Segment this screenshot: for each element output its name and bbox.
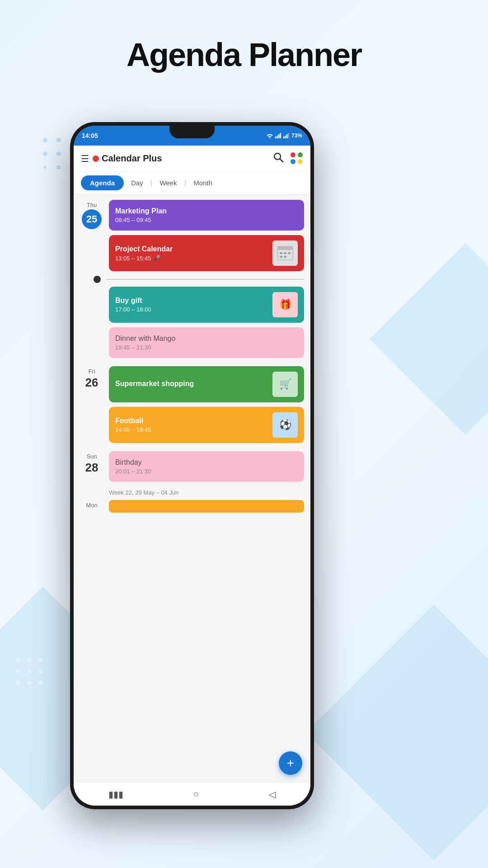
tab-agenda[interactable]: Agenda: [81, 175, 124, 190]
day-number-fri: 26: [85, 376, 99, 390]
signal-icon: [275, 133, 282, 138]
tab-month[interactable]: Month: [188, 175, 218, 190]
svg-point-17: [27, 669, 32, 674]
event-title: Project Calendar: [115, 245, 269, 253]
signal-2-icon: [283, 133, 290, 138]
svg-rect-24: [278, 134, 280, 138]
svg-point-15: [38, 658, 43, 662]
event-time: 08:45 – 09:45: [115, 217, 298, 223]
day-name-thu: Thu: [87, 202, 97, 208]
event-title: Buy gift: [115, 297, 269, 305]
menu-icon[interactable]: ☰: [81, 153, 89, 164]
mic-icon: 🎤: [153, 255, 160, 262]
app-grid-icon[interactable]: [291, 152, 303, 165]
search-icon[interactable]: [272, 151, 284, 166]
event-marketing-plan[interactable]: Marketing Plan 08:45 – 09:45: [109, 200, 304, 231]
svg-point-18: [38, 669, 43, 674]
status-bar: 14:05 73%: [74, 126, 310, 146]
svg-point-1: [56, 138, 61, 142]
event-time: 20:01 – 21:30: [115, 468, 298, 475]
event-mon-partial[interactable]: [109, 500, 304, 513]
svg-rect-28: [286, 134, 288, 138]
event-buy-gift[interactable]: Buy gift 17:00 – 18:00 🎁: [109, 287, 304, 323]
event-supermarket[interactable]: Supermarket shopping 🛒: [109, 366, 304, 402]
dot-red: [291, 152, 296, 157]
svg-rect-25: [280, 133, 281, 138]
timeline-row: [74, 274, 310, 285]
battery-text: 73%: [291, 132, 302, 139]
phone-frame: 14:05 73%: [70, 122, 314, 809]
event-thumbnail-gift: 🎁: [272, 292, 298, 317]
event-thumbnail-calendar: [272, 241, 298, 266]
day-label-thu: Thu 25: [80, 200, 103, 229]
svg-rect-36: [288, 252, 291, 254]
svg-point-8: [56, 165, 61, 170]
bottom-nav: ▮▮▮ ○ ◁: [74, 782, 310, 806]
event-title: Football: [115, 417, 269, 425]
event-time: 19:45 – 21:30: [115, 344, 298, 351]
event-time: 13:05 – 15:45 🎤: [115, 255, 269, 262]
svg-rect-27: [285, 136, 286, 138]
svg-point-0: [43, 138, 47, 142]
nav-home-icon[interactable]: ○: [193, 789, 199, 799]
app-title: Calendar Plus: [102, 153, 272, 164]
svg-rect-22: [275, 137, 277, 138]
dot-blue: [291, 159, 296, 164]
tab-day[interactable]: Day: [126, 175, 149, 190]
svg-rect-26: [283, 137, 285, 138]
nav-recents-icon[interactable]: ▮▮▮: [108, 789, 123, 800]
day-label-fri: Fri 26: [80, 366, 103, 390]
svg-rect-23: [277, 136, 278, 138]
day-section-mon: Mon: [74, 498, 310, 515]
event-birthday[interactable]: Birthday 20:01 – 21:30: [109, 451, 304, 482]
svg-point-7: [44, 166, 47, 169]
day-section-thu: Thu 25 Marketing Plan 08:45 – 09:45: [74, 194, 310, 274]
dot-green: [298, 152, 303, 157]
svg-rect-29: [288, 133, 289, 138]
wifi-icon: [266, 133, 273, 138]
page-title: Agenda Planner: [0, 36, 488, 73]
bg-decoration-3: [370, 243, 488, 435]
timeline-dot: [94, 276, 101, 283]
agenda-content[interactable]: Thu 25 Marketing Plan 08:45 – 09:45: [74, 194, 310, 782]
bg-dots-bottom: [14, 656, 68, 710]
day-number-thu[interactable]: 25: [82, 209, 102, 229]
event-time: 14:45 – 18:45: [115, 426, 269, 433]
event-football[interactable]: Football 14:45 – 18:45 ⚽: [109, 407, 304, 443]
day-section-fri: Fri 26 Supermarket shopping 🛒: [74, 361, 310, 446]
event-thumbnail-supermarket: 🛒: [272, 372, 298, 397]
svg-point-14: [27, 658, 32, 662]
svg-line-31: [280, 159, 283, 162]
status-icons: 73%: [266, 132, 302, 139]
event-dinner-mango[interactable]: Dinner with Mango 19:45 – 21:30: [109, 327, 304, 358]
event-thumbnail-football: ⚽: [272, 412, 298, 438]
dot-yellow: [298, 159, 303, 164]
notch: [169, 126, 215, 138]
status-time: 14:05: [82, 132, 98, 139]
event-title: Birthday: [115, 458, 298, 467]
event-title: Marketing Plan: [115, 207, 298, 215]
svg-point-13: [16, 658, 20, 662]
day-name-mon: Mon: [86, 502, 97, 509]
timeline-line: [106, 279, 304, 280]
day-name-fri: Fri: [88, 368, 95, 375]
events-col-thu: Marketing Plan 08:45 – 09:45 Project Cal…: [109, 200, 304, 271]
tab-bar: Agenda Day | Week | Month: [74, 172, 310, 194]
event-time: 17:00 – 18:00: [115, 306, 269, 313]
svg-rect-35: [284, 252, 286, 254]
fab-add-button[interactable]: +: [279, 751, 302, 775]
event-project-calendar[interactable]: Project Calendar 13:05 – 15:45 🎤: [109, 235, 304, 271]
notification-dot: [93, 156, 99, 162]
day-section-thu-cont: Buy gift 17:00 – 18:00 🎁 Dinner with Man…: [74, 285, 310, 361]
phone-screen: 14:05 73%: [74, 126, 310, 806]
svg-rect-34: [280, 252, 282, 254]
svg-rect-33: [277, 246, 293, 250]
nav-back-icon[interactable]: ◁: [269, 789, 276, 800]
events-col-fri: Supermarket shopping 🛒 Football 14:45 – …: [109, 366, 304, 443]
tab-week[interactable]: Week: [154, 175, 182, 190]
events-col-sun: Birthday 20:01 – 21:30: [109, 451, 304, 482]
day-section-sun: Sun 28 Birthday 20:01 – 21:30: [74, 446, 310, 485]
svg-rect-37: [280, 256, 282, 258]
app-header: ☰ Calendar Plus: [74, 146, 310, 172]
bg-decoration-2: [306, 604, 488, 860]
